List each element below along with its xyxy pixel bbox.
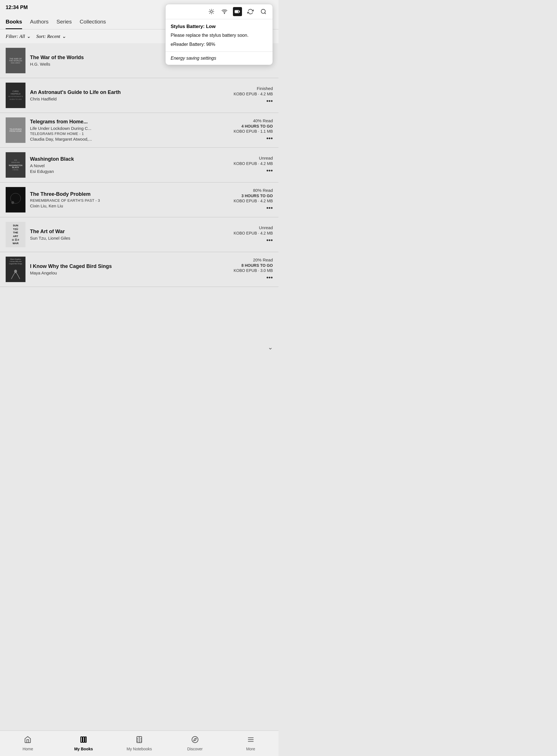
book-author: Claudia Day, Margaret Atwood,... xyxy=(30,137,229,142)
more-options-icon[interactable]: ••• xyxy=(234,167,273,174)
book-hours: 3 HOURS TO GO xyxy=(234,193,273,198)
cover-image: ESIEDUGYAN WASHINGTONBLACK A NOVEL xyxy=(6,152,26,178)
book-info: The Three-Body Problem REMEMBRANCE OF EA… xyxy=(30,191,229,208)
book-title: Washington Black xyxy=(30,156,229,162)
more-options-icon[interactable]: ••• xyxy=(234,274,273,281)
book-info: Telegrams from Home... Life Under Lockdo… xyxy=(30,119,229,142)
list-item[interactable]: CHRISHADFIELDAN ASTRONAUT'S GUIDE TO LIF… xyxy=(0,78,278,113)
tab-authors[interactable]: Authors xyxy=(30,15,49,29)
svg-point-16 xyxy=(14,270,17,273)
filter-dropdown[interactable]: Filter: All ⌄ xyxy=(6,33,31,39)
book-series: REMEMBRANCE OF EARTH'S PAST - 3 xyxy=(30,198,229,203)
sort-dropdown[interactable]: Sort: Recent ⌄ xyxy=(36,33,66,39)
book-title: The Art of War xyxy=(30,229,229,235)
popup-icon-bar xyxy=(166,4,272,19)
more-options-icon[interactable]: ••• xyxy=(234,204,273,212)
battery-popup: Stylus Battery: Low Please replace the s… xyxy=(165,4,273,65)
book-format: KOBO EPUB · 3.0 MB xyxy=(234,268,273,273)
book-cover: THE WAR OF THE WORLDS· kobo edition · xyxy=(6,48,26,73)
search-icon[interactable] xyxy=(259,7,268,16)
book-hours: 8 HOURS TO GO xyxy=(234,263,273,268)
book-author: Cixin Liu, Ken Liu xyxy=(30,204,229,208)
svg-point-12 xyxy=(261,9,265,13)
sort-chevron-icon: ⌄ xyxy=(62,33,66,39)
more-options-icon[interactable]: ••• xyxy=(234,237,273,244)
book-series: TELEGRAMS FROM HOME - 1 xyxy=(30,131,229,136)
book-status: Finished xyxy=(234,86,273,91)
popup-title: Stylus Battery: Low xyxy=(171,24,267,29)
status-time: 12:34 PM xyxy=(6,4,28,10)
svg-point-15 xyxy=(11,201,14,204)
book-title: The Three-Body Problem xyxy=(30,191,229,197)
book-status: Unread xyxy=(234,156,273,160)
cover-image: Maya AngelouI Know Why theCaged Bird Sin… xyxy=(6,256,26,282)
book-status: 40% Read xyxy=(234,118,273,123)
list-item[interactable]: Maya AngelouI Know Why theCaged Bird Sin… xyxy=(0,252,278,287)
svg-line-7 xyxy=(209,13,210,13)
filter-chevron-icon: ⌄ xyxy=(27,33,31,39)
scroll-down-icon: ⌄ xyxy=(268,344,273,351)
book-author: Esi Edugyan xyxy=(30,169,229,174)
book-cover: Maya AngelouI Know Why theCaged Bird Sin… xyxy=(6,256,26,282)
book-info: The Art of War Sun Tzu, Lionel Giles xyxy=(30,229,229,241)
book-title: An Astronaut's Guide to Life on Earth xyxy=(30,89,229,95)
svg-point-9 xyxy=(224,13,225,14)
book-status: 20% Read xyxy=(234,258,273,262)
book-meta: Finished KOBO EPUB · 4.2 MB ••• xyxy=(234,86,273,105)
brightness-icon[interactable] xyxy=(207,7,216,16)
svg-rect-11 xyxy=(235,11,238,12)
svg-line-6 xyxy=(213,13,213,13)
book-format: KOBO EPUB · 4.2 MB xyxy=(234,231,273,235)
book-author: Maya Angelou xyxy=(30,271,229,275)
book-format: KOBO EPUB · 4.2 MB xyxy=(234,92,273,96)
list-item[interactable]: ESIEDUGYAN WASHINGTONBLACK A NOVEL Washi… xyxy=(0,148,278,182)
book-cover: TELEGRAMS FROM HOME xyxy=(6,117,26,143)
wifi-icon[interactable] xyxy=(220,7,229,16)
book-cover: CHRISHADFIELDAN ASTRONAUT'S GUIDE TO LIF… xyxy=(6,83,26,108)
filter-label: Filter: All xyxy=(6,34,25,39)
battery-icon[interactable] xyxy=(233,7,242,16)
book-meta: Unread KOBO EPUB · 4.2 MB ••• xyxy=(234,156,273,174)
book-meta: 40% Read 4 HOURS TO GO KOBO EPUB · 1.1 M… xyxy=(234,118,273,142)
cover-image: CHRISHADFIELDAN ASTRONAUT'S GUIDE TO LIF… xyxy=(6,83,26,108)
svg-point-0 xyxy=(210,10,212,12)
book-hours: 4 HOURS TO GO xyxy=(234,124,273,128)
svg-line-5 xyxy=(209,10,210,10)
cover-image: SUNTZŪTHEARTO ☰ FWAR xyxy=(6,222,26,247)
more-options-icon[interactable]: ••• xyxy=(234,135,273,142)
list-item[interactable]: TELEGRAMS FROM HOME Telegrams from Home.… xyxy=(0,113,278,148)
book-meta: 80% Read 3 HOURS TO GO KOBO EPUB · 4.2 M… xyxy=(234,188,273,212)
book-format: KOBO EPUB · 4.2 MB xyxy=(234,199,273,203)
cover-image xyxy=(6,187,26,212)
sync-icon[interactable] xyxy=(246,7,255,16)
cover-image: TELEGRAMS FROM HOME xyxy=(6,117,26,143)
book-author: Chris Hadfield xyxy=(30,96,229,101)
more-options-icon[interactable]: ••• xyxy=(234,97,273,105)
book-subtitle: Life Under Lockdown During C... xyxy=(30,126,229,131)
book-format: KOBO EPUB · 1.1 MB xyxy=(234,129,273,133)
book-title: Telegrams from Home... xyxy=(30,119,229,125)
book-status: Unread xyxy=(234,225,273,230)
book-author: Sun Tzu, Lionel Giles xyxy=(30,236,229,241)
tab-collections[interactable]: Collections xyxy=(80,15,106,29)
book-meta: Unread KOBO EPUB · 4.2 MB ••• xyxy=(234,225,273,244)
book-cover: ESIEDUGYAN WASHINGTONBLACK A NOVEL xyxy=(6,152,26,178)
book-format: KOBO EPUB · 4.2 MB xyxy=(234,161,273,166)
energy-saving-link[interactable]: Energy saving settings xyxy=(166,52,272,65)
book-cover xyxy=(6,187,26,212)
popup-content: Stylus Battery: Low Please replace the s… xyxy=(166,19,272,52)
svg-line-13 xyxy=(265,13,266,14)
book-info: An Astronaut's Guide to Life on Earth Ch… xyxy=(30,89,229,101)
sort-label: Sort: Recent xyxy=(36,34,60,39)
tab-books[interactable]: Books xyxy=(6,15,22,29)
book-list: THE WAR OF THE WORLDS· kobo edition · Th… xyxy=(0,43,278,287)
list-item[interactable]: The Three-Body Problem REMEMBRANCE OF EA… xyxy=(0,182,278,217)
tab-series[interactable]: Series xyxy=(57,15,72,29)
cover-image: THE WAR OF THE WORLDS· kobo edition · xyxy=(6,48,26,73)
book-info: Washington Black A Novel Esi Edugyan xyxy=(30,156,229,174)
popup-message: Please replace the stylus battery soon. xyxy=(171,32,267,38)
list-item[interactable]: SUNTZŪTHEARTO ☰ FWAR The Art of War Sun … xyxy=(0,217,278,252)
popup-battery-level: eReader Battery: 98% xyxy=(171,42,267,47)
svg-line-8 xyxy=(213,10,213,10)
book-cover: SUNTZŪTHEARTO ☰ FWAR xyxy=(6,222,26,247)
